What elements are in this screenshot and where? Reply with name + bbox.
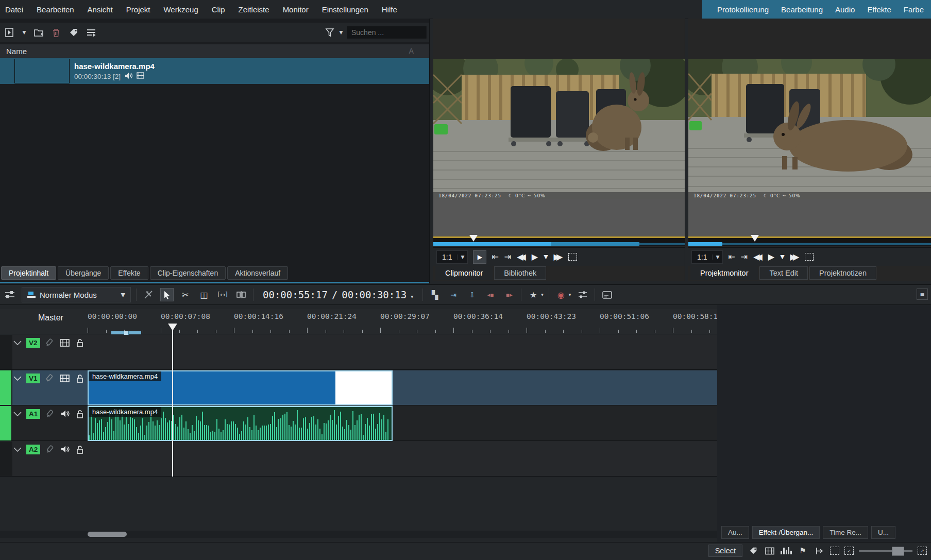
track-effects-icon[interactable] bbox=[45, 337, 55, 348]
track-target-gutter[interactable] bbox=[0, 370, 12, 405]
side-panel-tab[interactable]: Time Re... bbox=[823, 526, 868, 539]
monitor-tab[interactable]: Text Edit bbox=[759, 266, 808, 280]
track-row-v2[interactable]: V2 bbox=[0, 335, 717, 370]
rewind-icon[interactable]: ◀◀ bbox=[753, 252, 763, 262]
track-effects-icon[interactable] bbox=[45, 373, 55, 383]
record-icon[interactable]: ◉ bbox=[554, 288, 568, 301]
track-lock-icon[interactable] bbox=[75, 444, 85, 454]
track-lock-icon[interactable] bbox=[75, 373, 85, 383]
menu-item[interactable]: Ansicht bbox=[88, 5, 113, 14]
zoom-dropdown[interactable]: 1:1 ▼ bbox=[691, 250, 723, 264]
markers-toggle-icon[interactable]: ⚑ bbox=[797, 545, 808, 556]
rewind-icon[interactable]: ◀◀ bbox=[517, 252, 526, 262]
menu-item[interactable]: Einstellungen bbox=[322, 5, 368, 14]
chevron-down-icon[interactable] bbox=[13, 409, 22, 418]
play-icon[interactable]: ▶ bbox=[532, 252, 538, 262]
monitor-tab[interactable]: Clipmonitor bbox=[435, 266, 493, 280]
track-name-badge[interactable]: V1 bbox=[26, 374, 40, 383]
bin-tab[interactable]: Projektinhalt bbox=[1, 266, 56, 280]
delete-icon[interactable] bbox=[50, 27, 62, 38]
monitor-tab[interactable]: Bibliothek bbox=[494, 266, 546, 280]
monitor-playhead[interactable] bbox=[751, 235, 759, 242]
bin-tab[interactable]: Aktionsverlauf bbox=[227, 266, 288, 280]
forward-icon[interactable]: ▶▶ bbox=[790, 252, 800, 262]
play-caret-icon[interactable]: ▼ bbox=[780, 253, 784, 260]
bin-clip-row[interactable]: hase-wildkamera.mp4 00:00:30:13 [2] bbox=[0, 58, 429, 84]
forward-icon[interactable]: ▶▶ bbox=[554, 252, 563, 262]
lift-zone-icon[interactable]: ▪▸ bbox=[502, 288, 516, 301]
menu-item[interactable]: Hilfe bbox=[382, 5, 397, 14]
fit-zoom-icon[interactable] bbox=[830, 547, 839, 555]
monitor-tab[interactable]: Projektmonitor bbox=[690, 266, 758, 280]
ripple-tool-icon[interactable] bbox=[142, 288, 155, 301]
video-thumbnails-toggle-icon[interactable] bbox=[764, 545, 775, 556]
selection-tool-icon[interactable] bbox=[160, 288, 174, 301]
chevron-down-icon[interactable] bbox=[13, 445, 22, 454]
loop-zone-icon[interactable] bbox=[805, 253, 814, 261]
track-lock-icon[interactable] bbox=[75, 337, 85, 348]
menu-item[interactable]: Monitor bbox=[283, 5, 309, 14]
create-folder-icon[interactable] bbox=[33, 27, 44, 38]
play-caret-icon[interactable]: ▼ bbox=[544, 253, 548, 260]
track-name-badge[interactable]: A2 bbox=[26, 445, 40, 454]
track-effects-icon[interactable] bbox=[45, 444, 55, 454]
track-thumbnails-icon[interactable] bbox=[60, 337, 70, 348]
project-monitor-video[interactable] bbox=[688, 59, 931, 199]
side-panel-tab[interactable]: Au... bbox=[721, 526, 749, 539]
zone-in-icon[interactable]: ⇤ bbox=[728, 252, 735, 262]
zoom-project-icon[interactable]: ↙ bbox=[844, 547, 854, 555]
menu-item[interactable]: Bearbeiten bbox=[37, 5, 74, 14]
search-input[interactable] bbox=[347, 26, 427, 39]
playhead-handle[interactable] bbox=[168, 324, 177, 331]
mixed-thumbs-icon[interactable]: ▚ bbox=[428, 288, 442, 301]
track-mute-icon[interactable] bbox=[60, 444, 70, 454]
track-target-gutter[interactable] bbox=[0, 442, 12, 476]
slip-tool-icon[interactable]: [↔] bbox=[216, 288, 229, 301]
track-row-a2[interactable]: A2 bbox=[0, 442, 717, 477]
track-target-gutter[interactable] bbox=[0, 406, 12, 440]
clip-monitor-video[interactable] bbox=[433, 59, 685, 199]
workspace-tab[interactable]: Effekte bbox=[867, 5, 891, 14]
workspace-tab[interactable]: Protokollierung bbox=[717, 5, 769, 14]
add-clip-icon[interactable] bbox=[4, 27, 15, 38]
bin-menu-icon[interactable] bbox=[86, 27, 97, 38]
edit-mode-dropdown[interactable]: Normaler Modus ▼ bbox=[22, 287, 131, 302]
chevron-down-icon[interactable] bbox=[13, 374, 22, 383]
monitor-seekbar[interactable] bbox=[688, 242, 931, 246]
monitor-tab[interactable]: Projektnotizen bbox=[809, 266, 876, 280]
play-icon[interactable]: ▶ bbox=[768, 252, 774, 262]
razor-tool-icon[interactable]: ✂ bbox=[179, 288, 192, 301]
play-zone-icon[interactable]: ▶ bbox=[473, 250, 486, 264]
side-panel-tab[interactable]: U... bbox=[871, 526, 895, 539]
extract-zone-icon[interactable]: ◂▪ bbox=[484, 288, 497, 301]
timeline-ruler[interactable]: Master 00:00:00:0000:00:07:0800:00:14:16… bbox=[0, 309, 717, 334]
menu-item[interactable]: Clip bbox=[212, 5, 225, 14]
zone-in-icon[interactable]: ⇤ bbox=[492, 252, 498, 262]
loop-zone-icon[interactable] bbox=[568, 253, 577, 261]
bin-tab[interactable]: Effekte bbox=[110, 266, 148, 280]
chevron-down-icon[interactable] bbox=[13, 338, 22, 347]
bin-tab[interactable]: Clip-Eigenschaften bbox=[150, 266, 226, 280]
record-caret-icon[interactable]: ▾ bbox=[569, 292, 571, 297]
zone-out-icon[interactable]: ⇥ bbox=[504, 252, 511, 262]
favorite-caret-icon[interactable]: ▾ bbox=[541, 292, 544, 297]
timeline-audio-clip[interactable]: hase-wildkamera.mp4 bbox=[88, 406, 393, 441]
timeline-scrollbar[interactable] bbox=[0, 531, 717, 538]
track-name-badge[interactable]: A1 bbox=[26, 409, 40, 419]
zone-out-icon[interactable]: ⇥ bbox=[741, 252, 748, 262]
favorite-effects-icon[interactable]: ★ bbox=[527, 288, 540, 301]
overwrite-zone-icon[interactable]: ⇩ bbox=[465, 288, 479, 301]
filter-caret-icon[interactable]: ▼ bbox=[338, 27, 344, 38]
insert-zone-icon[interactable]: ⇥ bbox=[447, 288, 460, 301]
timeline-zoom-slider[interactable] bbox=[859, 550, 912, 552]
timeline-settings-icon[interactable] bbox=[3, 288, 16, 301]
menu-item[interactable]: Datei bbox=[5, 5, 23, 14]
filter-icon[interactable] bbox=[324, 27, 335, 38]
timeline-video-clip[interactable]: hase-wildkamera.mp4 bbox=[88, 370, 393, 405]
zoom-in-icon[interactable]: ↗ bbox=[918, 547, 927, 555]
multicam-tool-icon[interactable] bbox=[234, 288, 248, 301]
tag-icon[interactable] bbox=[68, 27, 79, 38]
snap-toggle-icon[interactable] bbox=[814, 545, 825, 556]
monitor-ruler[interactable] bbox=[688, 238, 931, 242]
subtitle-icon[interactable] bbox=[600, 288, 614, 301]
